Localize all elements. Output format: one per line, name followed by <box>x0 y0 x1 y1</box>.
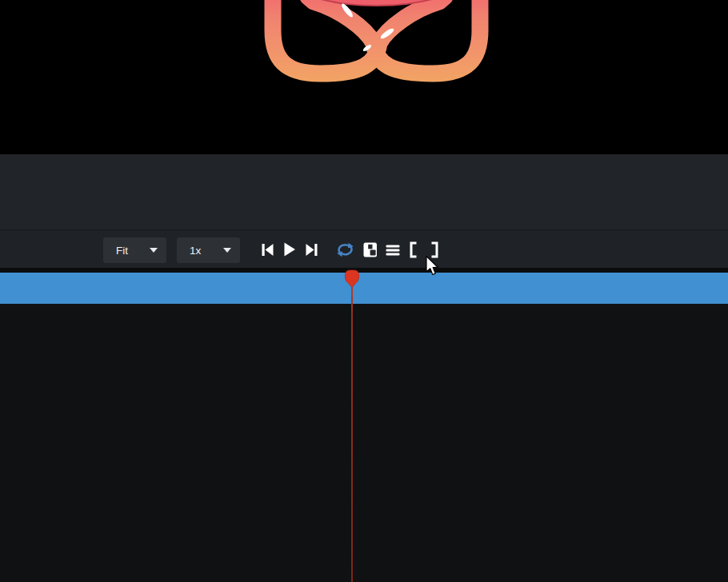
bracket-right-icon <box>430 241 440 258</box>
zoom-select[interactable]: Fit <box>103 237 166 263</box>
menu-icon <box>386 245 400 256</box>
zoom-select-value: Fit <box>116 245 128 257</box>
menu-button[interactable] <box>386 245 400 256</box>
bracket-left-icon <box>408 241 418 258</box>
loop-icon <box>336 242 354 257</box>
preview-panel <box>0 154 728 229</box>
in-point-button[interactable] <box>408 241 418 258</box>
playhead-line <box>351 285 353 582</box>
play-button[interactable] <box>283 242 296 257</box>
chevron-down-icon <box>223 248 231 253</box>
speed-select-value: 1x <box>190 245 201 257</box>
skip-to-start-icon <box>262 243 274 257</box>
loop-button[interactable] <box>336 242 354 257</box>
skip-to-end-icon <box>306 243 318 257</box>
timeline-track[interactable] <box>0 273 728 304</box>
playback-toolbar: Fit 1x <box>0 229 728 268</box>
chevron-down-icon <box>150 248 158 253</box>
out-point-button[interactable] <box>430 241 440 258</box>
play-icon <box>283 242 296 257</box>
playhead-marker[interactable] <box>344 269 360 289</box>
animation-stage <box>0 0 728 154</box>
pretzel-animation <box>0 0 728 154</box>
checkerboard-icon <box>363 242 378 257</box>
skip-to-start-button[interactable] <box>262 243 274 257</box>
playhead-marker-icon <box>344 269 360 289</box>
skip-to-end-button[interactable] <box>306 243 318 257</box>
workspace-panel <box>0 304 728 582</box>
speed-select[interactable]: 1x <box>177 237 240 263</box>
background-toggle-button[interactable] <box>363 242 378 257</box>
player-window: Fit 1x <box>0 0 728 582</box>
